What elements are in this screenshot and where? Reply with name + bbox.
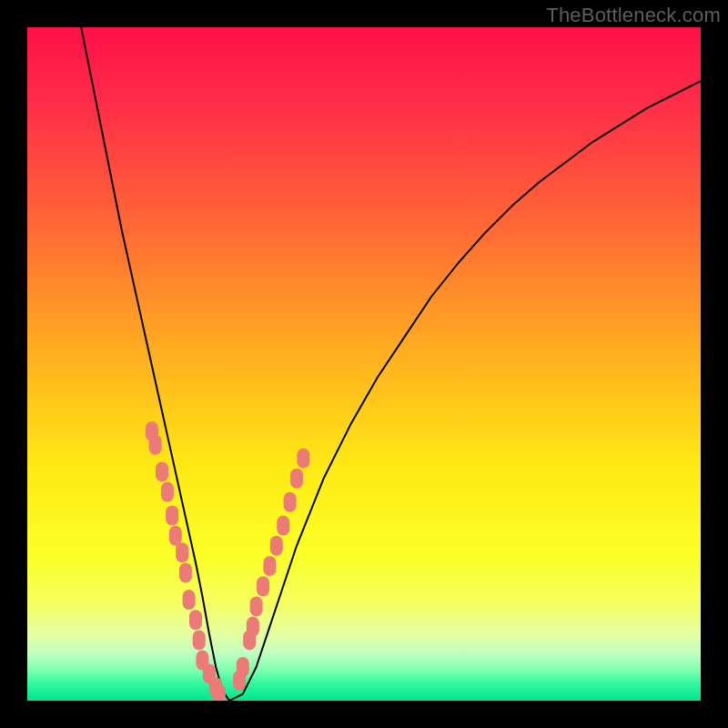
marker-left-markers bbox=[156, 461, 168, 481]
watermark-text: TheBottleneck.com bbox=[546, 4, 721, 27]
marker-left-markers bbox=[193, 630, 206, 650]
marker-left-markers bbox=[189, 610, 202, 630]
marker-right-markers bbox=[284, 492, 297, 512]
marker-right-markers bbox=[277, 516, 289, 536]
chart-frame: TheBottleneck.com bbox=[0, 0, 728, 728]
marker-right-markers bbox=[263, 556, 276, 576]
marker-right-markers bbox=[247, 617, 259, 637]
marker-right-markers bbox=[270, 536, 283, 556]
gradient-background bbox=[27, 27, 701, 701]
marker-right-markers bbox=[290, 469, 303, 489]
plot-area bbox=[27, 27, 701, 701]
marker-right-markers bbox=[257, 576, 269, 596]
marker-right-markers bbox=[297, 449, 309, 469]
marker-left-markers bbox=[166, 506, 178, 526]
chart-svg bbox=[27, 27, 701, 701]
marker-right-markers bbox=[250, 596, 263, 616]
marker-left-markers bbox=[169, 526, 182, 546]
marker-left-markers bbox=[161, 482, 174, 502]
marker-left-markers bbox=[179, 562, 192, 582]
marker-left-markers bbox=[183, 590, 196, 610]
marker-right-markers bbox=[237, 657, 249, 677]
marker-left-markers bbox=[176, 542, 188, 562]
marker-left-markers bbox=[149, 435, 162, 455]
marker-left-markers bbox=[213, 684, 226, 701]
